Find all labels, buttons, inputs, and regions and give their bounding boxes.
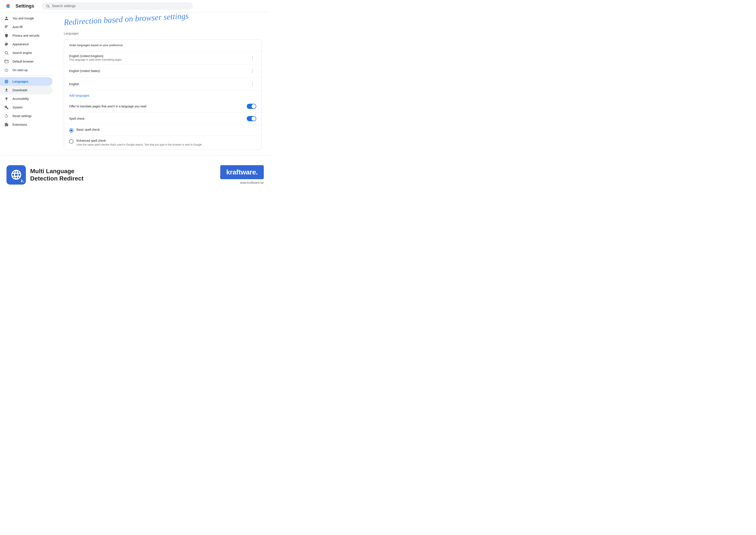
search-icon [46, 4, 50, 8]
basic-spell-check-radio[interactable] [69, 128, 73, 133]
enhanced-spell-check-row: Enhanced spell check Uses the same spell… [64, 136, 261, 150]
lang-menu-en[interactable]: ⋮ [249, 81, 256, 88]
language-row-en: English ⋮ [64, 78, 261, 91]
svg-point-15 [5, 60, 6, 61]
main-layout: You and Google Auto-fill Privacy and sec… [0, 12, 270, 155]
page-title: Settings [15, 3, 34, 9]
promo-text-block: Multi Language Detection Redirect [30, 168, 83, 182]
sidebar-label-autofill: Auto-fill [13, 25, 23, 29]
person-icon [4, 16, 9, 20]
promo-left: k. Multi Language Detection Redirect [7, 165, 83, 184]
svg-point-17 [6, 97, 7, 98]
spell-check-label: Spell check [69, 117, 85, 120]
sidebar-label-languages: Languages [13, 80, 28, 83]
palette-icon [4, 42, 9, 46]
offer-translate-toggle[interactable] [247, 104, 256, 109]
svg-line-7 [48, 7, 49, 8]
order-languages-section: Order languages based on your preference [64, 40, 261, 51]
order-label: Order languages based on your preference [69, 43, 256, 47]
sidebar-item-you-and-google[interactable]: You and Google [0, 14, 53, 23]
sidebar-item-appearance[interactable]: Appearance [0, 40, 53, 48]
lang-info-en-us: English (United States) [69, 69, 100, 73]
sidebar-label-appearance: Appearance [13, 42, 29, 46]
add-languages-button[interactable]: Add languages [64, 91, 261, 100]
sidebar-item-privacy-security[interactable]: Privacy and security [0, 31, 53, 40]
offer-translate-label: Offer to translate pages that aren't in … [69, 104, 146, 108]
enhanced-spell-check-content: Enhanced spell check Uses the same spell… [76, 139, 202, 147]
sidebar-item-downloads[interactable]: Downloads [0, 86, 53, 95]
enhanced-spell-check-title: Enhanced spell check [76, 139, 202, 142]
svg-rect-8 [5, 25, 8, 26]
promo-right: kraftware. www.kraftware.be [220, 165, 264, 184]
language-row-en-us: English (United States) ⋮ [64, 65, 261, 78]
enhanced-spell-check-desc: Uses the same spell checker that's used … [76, 143, 202, 147]
sidebar-label-reset: Reset settings [13, 114, 32, 118]
search-engine-icon [4, 51, 9, 55]
banner-text: Redirection based on browser settings [64, 12, 189, 27]
sidebar-label-extensions: Extensions [13, 123, 27, 127]
lang-info-en: English [69, 82, 79, 86]
browser-icon [4, 59, 9, 64]
spell-check-toggle[interactable] [247, 116, 256, 121]
sidebar-label-default-browser: Default browser [13, 60, 34, 63]
sidebar-item-extensions[interactable]: Extensions [0, 120, 53, 129]
svg-point-16 [6, 60, 6, 61]
sidebar: You and Google Auto-fill Privacy and sec… [0, 12, 55, 155]
offer-translate-row: Offer to translate pages that aren't in … [64, 100, 261, 113]
wrench-icon [4, 105, 9, 110]
sidebar-label-system: System [13, 106, 23, 109]
languages-card: Order languages based on your preference… [64, 40, 262, 150]
promo-bar: k. Multi Language Detection Redirect kra… [0, 155, 270, 194]
sidebar-label-privacy: Privacy and security [13, 34, 40, 37]
kraftware-badge: kraftware. [220, 165, 264, 179]
promo-icon-box: k. [7, 165, 26, 184]
lang-menu-en-gb[interactable]: ⋮ [249, 54, 256, 61]
sidebar-item-autofill[interactable]: Auto-fill [0, 23, 53, 31]
sidebar-item-accessibility[interactable]: Accessibility [0, 95, 53, 103]
lang-name-en-gb: English (United Kingdom) [69, 54, 122, 58]
lang-info-en-gb: English (United Kingdom) This language i… [69, 54, 122, 61]
svg-line-12 [7, 54, 9, 55]
sidebar-item-search-engine[interactable]: Search engine [0, 48, 53, 57]
kraftware-url: www.kraftware.be [240, 181, 264, 184]
search-input[interactable] [52, 4, 189, 8]
basic-spell-check-content: Basic spell check [76, 128, 99, 131]
extensions-icon [4, 123, 9, 127]
enhanced-spell-check-radio[interactable] [69, 139, 73, 144]
autofill-icon [4, 25, 9, 29]
basic-spell-check-row: Basic spell check [64, 125, 261, 136]
lang-name-en-us: English (United States) [69, 69, 100, 73]
accessibility-icon [4, 97, 9, 101]
sidebar-item-reset[interactable]: Reset settings [0, 112, 53, 120]
promo-title: Multi Language Detection Redirect [30, 168, 83, 182]
sidebar-label-you-and-google: You and Google [13, 16, 34, 20]
spell-check-row: Spell check [64, 113, 261, 125]
svg-point-5 [7, 5, 9, 7]
lang-desc-en-gb: This language is used when translating p… [69, 58, 122, 61]
chrome-logo-icon [4, 2, 12, 10]
sidebar-item-system[interactable]: System [0, 103, 53, 112]
sidebar-item-default-browser[interactable]: Default browser [0, 57, 53, 66]
sidebar-label-downloads: Downloads [13, 88, 27, 92]
download-icon [4, 88, 9, 92]
shield-icon [4, 33, 9, 38]
promo-k-label: k. [21, 179, 24, 183]
reset-icon [4, 114, 9, 118]
basic-spell-check-title: Basic spell check [76, 128, 99, 131]
svg-rect-10 [5, 27, 7, 28]
svg-rect-9 [5, 27, 8, 27]
language-row-en-gb: English (United Kingdom) This language i… [64, 51, 261, 65]
power-icon [4, 68, 9, 72]
sidebar-label-accessibility: Accessibility [13, 97, 29, 100]
lang-menu-en-us[interactable]: ⋮ [249, 68, 256, 74]
search-bar[interactable] [42, 2, 193, 10]
sidebar-item-on-startup[interactable]: On start-up [0, 66, 53, 74]
sidebar-label-startup: On start-up [13, 69, 28, 72]
lang-name-en: English [69, 82, 79, 86]
top-bar: Settings [0, 0, 270, 12]
content-area: Redirection based on browser settings La… [55, 12, 270, 155]
sidebar-item-languages[interactable]: Languages [0, 77, 53, 86]
sidebar-label-search-engine: Search engine [13, 51, 32, 55]
languages-page-title: Languages [64, 32, 262, 35]
promo-globe-icon [10, 169, 22, 181]
